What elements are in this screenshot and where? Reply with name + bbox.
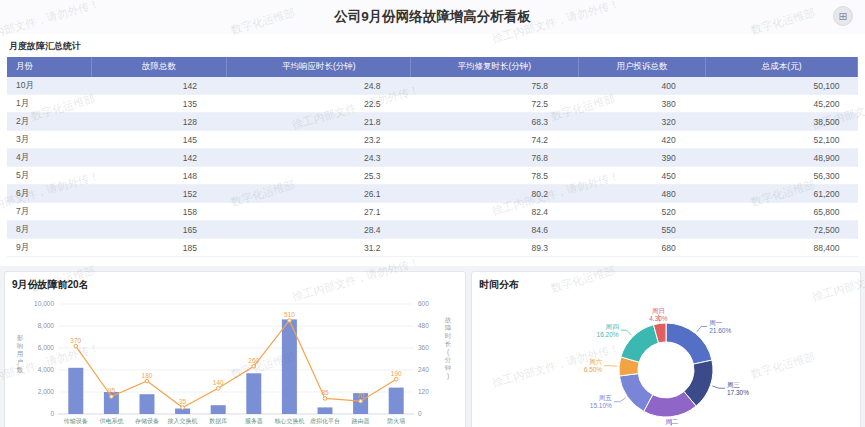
column-header: 平均响应时长(分钟)	[227, 57, 410, 77]
table-header: 月份故障总数平均响应时长(分钟)平均修复时长(分钟)用户投诉总数总成本(元)	[7, 57, 858, 77]
point-label: 190	[391, 370, 402, 377]
monthly-summary-table: 月份故障总数平均响应时长(分钟)平均修复时长(分钟)用户投诉总数总成本(元) 1…	[7, 57, 858, 257]
value-cell: 21.8	[227, 113, 410, 131]
value-cell: 89.3	[410, 239, 578, 257]
line-series	[76, 321, 396, 408]
value-cell: 61,200	[706, 185, 858, 203]
x-axis-label: 传输设备	[64, 417, 88, 425]
value-cell: 65,800	[706, 203, 858, 221]
table-row: 4月14224.376.839048,900	[7, 149, 858, 167]
x-axis-label: 供电系统	[99, 417, 124, 425]
column-header: 平均修复时长(分钟)	[410, 57, 578, 77]
y-left-tick: 10,000	[34, 300, 54, 307]
line-point[interactable]	[110, 395, 114, 399]
pie-chart-title: 时间分布	[479, 278, 853, 292]
month-cell: 6月	[7, 185, 91, 203]
line-point[interactable]	[394, 377, 398, 381]
value-cell: 520	[578, 203, 706, 221]
value-cell: 152	[91, 185, 227, 203]
value-cell: 380	[578, 95, 706, 113]
month-cell: 2月	[7, 113, 91, 131]
point-label: 140	[213, 379, 224, 386]
value-cell: 550	[578, 221, 706, 239]
table-row: 10月14224.875.840050,100	[7, 77, 858, 95]
month-cell: 5月	[7, 167, 91, 185]
table-title: 月度故障汇总统计	[9, 40, 858, 53]
bar[interactable]	[211, 405, 226, 414]
line-point[interactable]	[181, 406, 185, 410]
x-axis-label: 数据库	[209, 417, 227, 425]
bar[interactable]	[140, 394, 155, 414]
point-label: 510	[284, 311, 295, 318]
value-cell: 145	[91, 131, 227, 149]
table-row: 5月14825.378.545056,300	[7, 167, 858, 185]
x-axis-label: 核心交换机	[273, 417, 304, 425]
line-point[interactable]	[288, 319, 292, 323]
label-leader	[712, 386, 725, 388]
value-cell: 74.2	[410, 131, 578, 149]
point-label: 70	[357, 392, 365, 399]
value-cell: 72,500	[706, 221, 858, 239]
pie-chart-panel: 时间分布 周一21.60%周三17.30%周二18.90%周五15.10%周六6…	[471, 271, 861, 427]
y-right-tick: 360	[418, 344, 429, 351]
value-cell: 72.5	[410, 95, 578, 113]
x-axis-label: 路由器	[352, 418, 370, 425]
dashboard: 公司9月份网络故障增高分析看板 ⊞ 月度故障汇总统计 月份故障总数平均响应时长(…	[0, 0, 865, 427]
axis-name: 故障时长(分钟)	[444, 316, 452, 380]
value-cell: 23.2	[227, 131, 410, 149]
y-right-tick: 240	[418, 366, 429, 373]
grid-icon: ⊞	[838, 10, 847, 22]
month-cell: 9月	[7, 239, 91, 257]
value-cell: 75.8	[410, 77, 578, 95]
bar[interactable]	[318, 407, 333, 414]
line-point[interactable]	[323, 397, 327, 401]
x-axis-label: 虚拟化平台	[310, 417, 340, 425]
value-cell: 52,100	[706, 131, 858, 149]
bar[interactable]	[389, 388, 404, 414]
value-cell: 158	[91, 203, 227, 221]
bar[interactable]	[68, 368, 83, 414]
value-cell: 128	[91, 113, 227, 131]
value-cell: 390	[578, 149, 706, 167]
line-point[interactable]	[145, 379, 149, 383]
value-cell: 27.1	[227, 203, 410, 221]
column-header: 月份	[7, 57, 91, 77]
value-cell: 148	[91, 167, 227, 185]
bar[interactable]	[246, 373, 261, 414]
value-cell: 135	[91, 95, 227, 113]
y-left-tick: 8,000	[38, 322, 55, 329]
pie-label: 周五15.10%	[590, 394, 613, 409]
bar[interactable]	[282, 319, 297, 414]
line-point[interactable]	[216, 387, 220, 391]
pie-label: 周日4.30%	[649, 307, 668, 322]
y-left-tick: 0	[50, 410, 54, 417]
value-cell: 78.5	[410, 167, 578, 185]
pie-label: 周三17.30%	[727, 381, 749, 396]
value-cell: 22.5	[227, 95, 410, 113]
toolbar-button[interactable]: ⊞	[833, 6, 853, 26]
label-leader	[621, 330, 632, 335]
value-cell: 142	[91, 149, 227, 167]
value-cell: 25.3	[227, 167, 410, 185]
value-cell: 56,300	[706, 167, 858, 185]
table-row: 8月16528.484.655072,500	[7, 221, 858, 239]
line-point[interactable]	[359, 399, 363, 403]
pie-label: 周一21.60%	[709, 319, 731, 334]
table-row: 3月14523.274.242052,100	[7, 131, 858, 149]
label-leader	[604, 366, 617, 367]
value-cell: 38,500	[706, 113, 858, 131]
value-cell: 88,400	[706, 239, 858, 257]
pie-slice-周一[interactable]	[666, 323, 712, 364]
value-cell: 50,100	[706, 77, 858, 95]
value-cell: 165	[91, 221, 227, 239]
value-cell: 320	[578, 113, 706, 131]
line-point[interactable]	[74, 344, 78, 348]
month-cell: 3月	[7, 131, 91, 149]
y-right-tick: 480	[418, 322, 429, 329]
y-right-tick: 600	[418, 300, 429, 307]
y-left-tick: 6,000	[38, 344, 55, 351]
point-label: 35	[179, 398, 187, 405]
line-point[interactable]	[252, 365, 256, 369]
app-header: 公司9月份网络故障增高分析看板 ⊞	[0, 0, 865, 34]
table-body: 10月14224.875.840050,1001月13522.572.53804…	[7, 77, 858, 257]
